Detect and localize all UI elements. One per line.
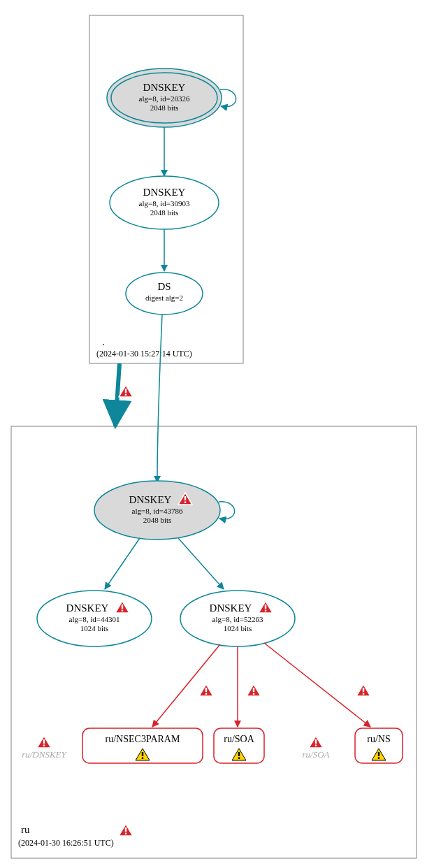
svg-text:alg=8, id=44301: alg=8, id=44301	[69, 615, 120, 623]
svg-text:digest alg=2: digest alg=2	[145, 294, 183, 302]
svg-text:1024 bits: 1024 bits	[80, 624, 109, 632]
zone-ru-label: ru	[21, 824, 30, 835]
svg-text:DNSKEY: DNSKEY	[66, 602, 109, 614]
warning-icon	[199, 684, 213, 696]
node-root-zsk[interactable]: DNSKEY alg=8, id=30903 2048 bits	[110, 176, 219, 229]
svg-text:1024 bits: 1024 bits	[224, 624, 252, 632]
edge-zone-delegation	[115, 363, 120, 426]
faded-ru-soa: ru/SOA	[303, 736, 330, 760]
svg-text:ru/NSEC3PARAM: ru/NSEC3PARAM	[106, 734, 180, 744]
svg-text:ru/SOA: ru/SOA	[224, 734, 254, 744]
svg-text:2048 bits: 2048 bits	[143, 516, 172, 524]
svg-text:ru/NS: ru/NS	[367, 734, 390, 744]
svg-text:ru/DNSKEY: ru/DNSKEY	[22, 749, 67, 760]
rr-nsec3param[interactable]: ru/NSEC3PARAM	[82, 728, 203, 763]
node-ru-zsk1[interactable]: DNSKEY alg=8, id=44301 1024 bits	[37, 591, 152, 646]
warning-icon	[37, 736, 51, 748]
node-root-ksk[interactable]: DNSKEY alg=8, id=20326 2048 bits	[107, 68, 222, 127]
svg-text:DNSKEY: DNSKEY	[143, 82, 186, 93]
svg-text:DS: DS	[157, 281, 171, 292]
svg-text:2048 bits: 2048 bits	[150, 103, 179, 112]
warning-icon	[356, 684, 370, 696]
svg-text:alg=8, id=52263: alg=8, id=52263	[212, 615, 263, 623]
edge-root-ksk-self	[220, 89, 236, 107]
zone-root-label: .	[102, 336, 105, 347]
svg-text:alg=8, id=20326: alg=8, id=20326	[139, 94, 190, 103]
zone-ru-timestamp: (2024-01-30 16:26:51 UTC)	[18, 838, 114, 848]
node-ru-zsk2[interactable]: DNSKEY alg=8, id=52263 1024 bits	[180, 591, 295, 646]
zone-root-timestamp: (2024-01-30 15:27:14 UTC)	[96, 349, 192, 359]
node-ru-ksk[interactable]: DNSKEY alg=8, id=43786 2048 bits	[94, 481, 220, 540]
edge-ru-ksk-to-zsk2	[178, 538, 224, 589]
warning-icon	[119, 824, 133, 836]
svg-text:ru/SOA: ru/SOA	[303, 749, 330, 760]
edge-zsk2-to-ns	[264, 643, 370, 727]
warning-icon	[119, 385, 133, 397]
svg-text:2048 bits: 2048 bits	[150, 208, 179, 217]
node-root-ds[interactable]: DS digest alg=2	[126, 273, 203, 314]
warning-icon	[247, 684, 261, 696]
faded-ru-dnskey: ru/DNSKEY	[22, 736, 67, 760]
edge-ds-to-ru-ksk	[157, 314, 162, 482]
svg-text:alg=8, id=30903: alg=8, id=30903	[139, 199, 190, 208]
edge-ru-ksk-to-zsk1	[105, 538, 140, 589]
warning-icon	[309, 736, 323, 748]
svg-text:DNSKEY: DNSKEY	[210, 602, 252, 614]
edge-ru-ksk-self	[219, 502, 235, 519]
edge-zsk2-to-nsec3param	[152, 644, 220, 727]
rr-soa[interactable]: ru/SOA	[214, 728, 264, 763]
svg-text:DNSKEY: DNSKEY	[143, 187, 186, 198]
svg-text:alg=8, id=43786: alg=8, id=43786	[132, 507, 183, 515]
rr-ns[interactable]: ru/NS	[355, 728, 403, 763]
svg-text:DNSKEY: DNSKEY	[129, 494, 172, 505]
